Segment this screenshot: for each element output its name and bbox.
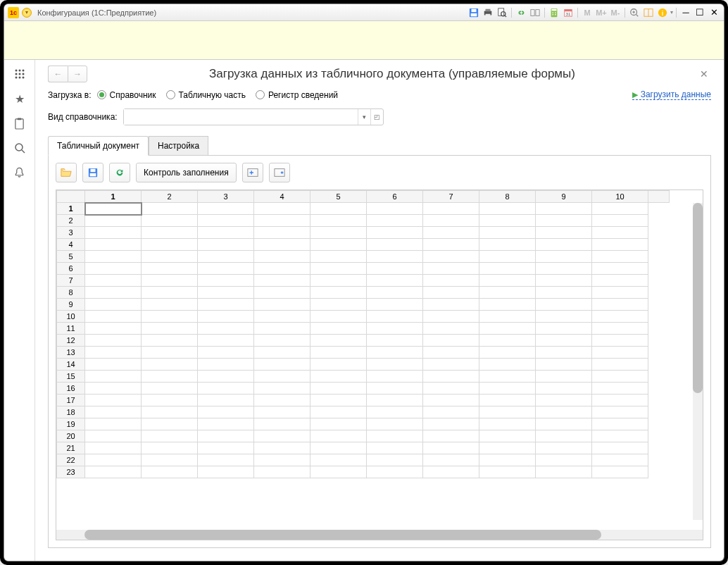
grid-cell[interactable] [367, 251, 423, 263]
grid-cell[interactable] [536, 251, 592, 263]
row-header[interactable]: 17 [57, 395, 85, 406]
vertical-scrollbar[interactable] [693, 203, 703, 520]
radio-tab[interactable]: Табличную часть [166, 90, 246, 100]
grid-cell[interactable] [423, 263, 479, 275]
grid-cell[interactable] [536, 203, 592, 215]
grid-cell[interactable] [142, 418, 198, 430]
grid-cell[interactable] [198, 371, 254, 383]
grid-cell[interactable] [310, 251, 367, 263]
grid-cell[interactable] [310, 335, 367, 347]
grid-cell[interactable] [254, 442, 310, 454]
col-header[interactable]: 3 [198, 191, 254, 203]
row-header[interactable]: 19 [57, 418, 85, 430]
grid-cell[interactable] [479, 442, 536, 454]
grid-cell[interactable] [479, 311, 536, 323]
grid-cell[interactable] [536, 371, 592, 383]
grid-cell[interactable] [254, 251, 310, 263]
grid-cell[interactable] [85, 442, 142, 454]
grid-cell[interactable] [423, 323, 479, 335]
grid-cell[interactable] [198, 323, 254, 335]
grid-cell[interactable] [536, 418, 592, 430]
grid-cell[interactable] [592, 347, 648, 359]
grid-cell[interactable] [85, 239, 142, 251]
grid-cell[interactable] [479, 418, 536, 430]
grid-cell[interactable] [536, 215, 592, 227]
grid-cell[interactable] [142, 299, 198, 311]
grid-cell[interactable] [367, 227, 423, 239]
grid-cell[interactable] [310, 383, 367, 395]
maximize-button[interactable]: ☐ [694, 6, 706, 19]
grid-cell[interactable] [142, 430, 198, 442]
grid-cell[interactable] [85, 287, 142, 299]
star-icon[interactable]: ★ [13, 92, 27, 106]
grid-cell[interactable] [142, 371, 198, 383]
grid-cell[interactable] [592, 335, 648, 347]
grid-cell[interactable] [479, 299, 536, 311]
grid-cell[interactable] [310, 406, 367, 418]
col-header[interactable]: 4 [254, 191, 310, 203]
grid-cell[interactable] [536, 442, 592, 454]
grid-cell[interactable] [198, 227, 254, 239]
grid-cell[interactable] [479, 395, 536, 406]
grid-cell[interactable] [198, 442, 254, 454]
calendar-icon[interactable]: 31 [562, 6, 575, 19]
row-header[interactable]: 7 [57, 275, 85, 287]
grid-cell[interactable] [423, 239, 479, 251]
tab-settings[interactable]: Настройка [149, 136, 208, 156]
grid-cell[interactable] [592, 323, 648, 335]
grid-cell[interactable] [198, 359, 254, 371]
grid-cell[interactable] [85, 359, 142, 371]
grid-cell[interactable] [310, 371, 367, 383]
grid-cell[interactable] [198, 263, 254, 275]
grid-cell[interactable] [310, 347, 367, 359]
grid-cell[interactable] [423, 359, 479, 371]
row-header[interactable]: 14 [57, 359, 85, 371]
grid-cell[interactable] [479, 371, 536, 383]
grid-cell[interactable] [310, 227, 367, 239]
grid-cell[interactable] [592, 311, 648, 323]
nav-forward-button[interactable]: → [68, 66, 87, 82]
grid-cell[interactable] [592, 287, 648, 299]
save-icon[interactable] [467, 6, 480, 19]
grid-cell[interactable] [479, 383, 536, 395]
spreadsheet-grid[interactable]: 1234567891012345678910111213141516171819… [56, 190, 703, 540]
grid-cell[interactable] [423, 395, 479, 406]
grid-cell[interactable] [310, 239, 367, 251]
grid-cell[interactable] [423, 311, 479, 323]
grid-cell[interactable] [198, 287, 254, 299]
grid-cell[interactable] [592, 418, 648, 430]
radio-reg[interactable]: Регистр сведений [256, 90, 338, 100]
grid-cell[interactable] [254, 287, 310, 299]
grid-cell[interactable] [367, 395, 423, 406]
row-header[interactable]: 8 [57, 287, 85, 299]
grid-cell[interactable] [85, 418, 142, 430]
grid-cell[interactable] [310, 359, 367, 371]
panels-icon[interactable] [642, 6, 655, 19]
grid-cell[interactable] [254, 239, 310, 251]
row-header[interactable]: 4 [57, 239, 85, 251]
memory-m-plus[interactable]: M+ [595, 6, 608, 19]
grid-cell[interactable] [142, 203, 198, 215]
grid-cell[interactable] [198, 466, 254, 478]
grid-cell[interactable] [367, 454, 423, 466]
grid-cell[interactable] [479, 430, 536, 442]
grid-cell[interactable] [423, 371, 479, 383]
search-icon[interactable] [13, 141, 27, 155]
grid-cell[interactable] [198, 430, 254, 442]
grid-cell[interactable] [85, 311, 142, 323]
grid-cell[interactable] [536, 311, 592, 323]
grid-cell[interactable] [536, 263, 592, 275]
grid-cell[interactable] [310, 203, 367, 215]
grid-cell[interactable] [592, 406, 648, 418]
grid-cell[interactable] [479, 251, 536, 263]
grid-cell[interactable] [254, 323, 310, 335]
grid-cell[interactable] [142, 251, 198, 263]
grid-cell[interactable] [479, 215, 536, 227]
grid-cell[interactable] [592, 227, 648, 239]
check-fill-button[interactable]: Контроль заполнения [136, 163, 237, 182]
grid-cell[interactable] [592, 275, 648, 287]
row-header[interactable]: 6 [57, 263, 85, 275]
app-menu-dropdown[interactable]: ▼ [22, 8, 32, 18]
grid-cell[interactable] [85, 215, 142, 227]
grid-cell[interactable] [142, 227, 198, 239]
